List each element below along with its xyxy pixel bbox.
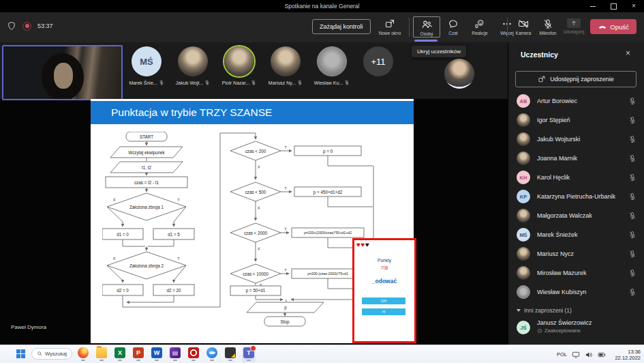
lives-hearts: ♥♥♥ xyxy=(356,241,369,248)
participant-miroslaw-mazurek[interactable]: Mirosław Mazurek xyxy=(508,263,644,282)
game-button-1[interactable]: CH xyxy=(362,297,405,304)
taskbar-acrobat-icon[interactable] xyxy=(187,347,200,362)
svg-text:t1, t2: t1, t2 xyxy=(142,165,151,170)
search-icon xyxy=(37,351,43,357)
camera-off-icon xyxy=(518,18,529,29)
presenter-name-label: Paweł Dymora xyxy=(11,324,46,330)
svg-text:p = 0: p = 0 xyxy=(323,149,333,154)
participant-thumbnail-name: Piotr Nazar... xyxy=(222,81,249,85)
close-icon: × xyxy=(632,3,636,10)
thumbnail-wieslaw-kubiszyn[interactable]: Wiesław Ku... xyxy=(310,46,354,85)
taskbar-search[interactable]: Wyszukaj xyxy=(31,348,72,360)
toolbar-divider xyxy=(409,18,410,37)
participant-malgorzata-walczak[interactable]: Małgorzata Walczak xyxy=(508,206,644,225)
app-icon xyxy=(96,347,107,358)
participant-avatar-large[interactable] xyxy=(444,59,474,89)
participant-thumbnail-name: Marek Śnie... xyxy=(129,81,157,85)
svg-text:p=200+(2000/czas)*50+d1+d2: p=200+(2000/czas)*50+d1+d2 xyxy=(304,231,352,235)
start-button[interactable] xyxy=(16,349,26,359)
maximize-button[interactable] xyxy=(603,0,624,12)
participant-marek-sniezek[interactable]: MŚ Marek Śnieżek xyxy=(508,225,644,244)
taskbar-powerpoint-icon[interactable]: P xyxy=(132,347,145,362)
mic-muted-icon xyxy=(628,154,637,162)
svg-text:Stop: Stop xyxy=(281,319,290,325)
share-invite-button[interactable]: Udostępnij zaproszenie xyxy=(515,71,637,87)
participant-name: Małgorzata Walczak xyxy=(537,212,622,219)
other-invited-section[interactable]: Inni zaproszeni (1) xyxy=(508,304,644,317)
language-indicator[interactable]: POL xyxy=(557,351,567,358)
participant-avatar xyxy=(517,285,530,299)
taskbar-word-icon[interactable]: W xyxy=(150,347,164,362)
mic-muted-icon xyxy=(628,231,637,239)
taskbar-thunderbird-icon[interactable] xyxy=(205,347,219,362)
maximize-icon xyxy=(611,3,617,10)
participant-artur-borowiec[interactable]: AB Artur Borowiec xyxy=(508,91,644,111)
app-icon xyxy=(206,347,217,358)
participant-avatar xyxy=(517,266,530,280)
running-indicator xyxy=(136,360,140,361)
svg-text:p = 50+d1: p = 50+d1 xyxy=(246,288,266,293)
participant-katarzyna-pietrucha-urbanik[interactable]: KP Katarzyna Pietrucha-Urbanik xyxy=(508,187,644,206)
participant-mariusz-nycz[interactable]: Mariusz Nycz xyxy=(508,244,644,263)
thumbnail-piotr-nazarko[interactable]: Piotr Nazar... xyxy=(217,46,261,85)
mic-muted-icon xyxy=(628,135,637,143)
battery-icon[interactable] xyxy=(598,351,606,359)
mic-muted-icon xyxy=(628,192,637,201)
participant-avatar xyxy=(517,209,530,222)
svg-text:p = 450+d1+d2: p = 450+d1+d2 xyxy=(313,190,343,195)
running-indicator xyxy=(210,360,214,361)
running-indicator xyxy=(81,360,85,361)
date: 22.12.2022 xyxy=(611,355,641,361)
participant-name: Karol Hęclik xyxy=(537,174,622,181)
participant-name: Joanna Marnik xyxy=(537,155,622,162)
svg-text:czas < 10000: czas < 10000 xyxy=(243,272,269,276)
mic-muted-icon xyxy=(628,116,637,124)
shield-icon xyxy=(7,21,16,31)
window-titlebar: Spotkanie na kanale General × xyxy=(0,0,644,12)
taskbar-explorer-icon[interactable] xyxy=(95,347,108,362)
svg-text:d1 = 0: d1 = 0 xyxy=(117,232,129,237)
camera-button[interactable]: Kamera xyxy=(511,16,536,35)
recording-indicator-icon xyxy=(22,22,31,31)
thumbnail-jakub-wojturski[interactable]: Jakub Wojt... xyxy=(171,46,215,85)
taskbar-teams-icon[interactable]: T xyxy=(242,347,256,362)
leave-button[interactable]: Opuść xyxy=(590,19,637,34)
invited-participant-row[interactable]: JŚ Janusz Świerzowicz Zaakceptowane xyxy=(508,317,644,337)
self-video-tile[interactable] xyxy=(2,45,123,100)
people-button[interactable]: Osoby xyxy=(413,16,440,38)
participant-jakub-wojturski[interactable]: Jakub Wojturski xyxy=(508,130,644,149)
participant-igor-stepien[interactable]: Igor Stępień xyxy=(508,111,644,130)
panel-close-icon[interactable]: × xyxy=(626,48,630,58)
game-button-2[interactable]: H xyxy=(362,308,405,315)
taskbar-firefox-icon[interactable] xyxy=(76,347,90,362)
reactions-button[interactable]: Reakcje xyxy=(466,16,493,35)
request-control-button[interactable]: Zażądaj kontroli xyxy=(312,19,371,34)
taskbar-notes-app-icon[interactable] xyxy=(224,347,237,362)
clock[interactable]: 13:36 22.12.2022 xyxy=(611,349,641,361)
participant-name: Janusz Świerzowicz xyxy=(537,319,592,326)
thumbnail-mariusz-nycz[interactable]: Mariusz Ny... xyxy=(264,46,307,85)
minimize-button[interactable] xyxy=(583,0,603,12)
new-window-button[interactable]: Nowe okno xyxy=(375,16,405,35)
thumbnail-marek-sniezek[interactable]: MŚ Marek Śnie... xyxy=(125,46,168,85)
share-button[interactable]: Udostępnij xyxy=(560,16,587,34)
speaker-icon[interactable] xyxy=(585,351,593,359)
mic-muted-icon xyxy=(628,288,637,296)
participant-karol-heclik[interactable]: KH Karol Hęclik xyxy=(508,168,644,187)
participant-avatar: MŚ xyxy=(517,228,530,242)
network-icon[interactable] xyxy=(572,351,580,359)
game-link[interactable]: _odować xyxy=(354,278,414,285)
microphone-button[interactable]: Mikrofon xyxy=(536,16,560,35)
participant-avatar xyxy=(517,247,530,261)
participant-joanna-marnik[interactable]: Joanna Marnik xyxy=(508,149,644,168)
thumbnail-overflow-count[interactable]: +11 xyxy=(356,46,400,85)
time: 13:36 xyxy=(611,349,641,355)
close-button[interactable]: × xyxy=(624,0,644,12)
chat-button[interactable]: Czat xyxy=(442,16,465,35)
running-indicator xyxy=(247,360,251,361)
participant-wieslaw-kubiszyn[interactable]: Wiesław Kubiszyn xyxy=(508,282,644,302)
running-indicator xyxy=(118,360,122,361)
taskbar-excel-icon[interactable]: X xyxy=(113,347,127,362)
taskbar-purple-app-icon[interactable] xyxy=(168,347,182,362)
system-tray: POL 13:36 22.12.2022 xyxy=(557,345,641,363)
